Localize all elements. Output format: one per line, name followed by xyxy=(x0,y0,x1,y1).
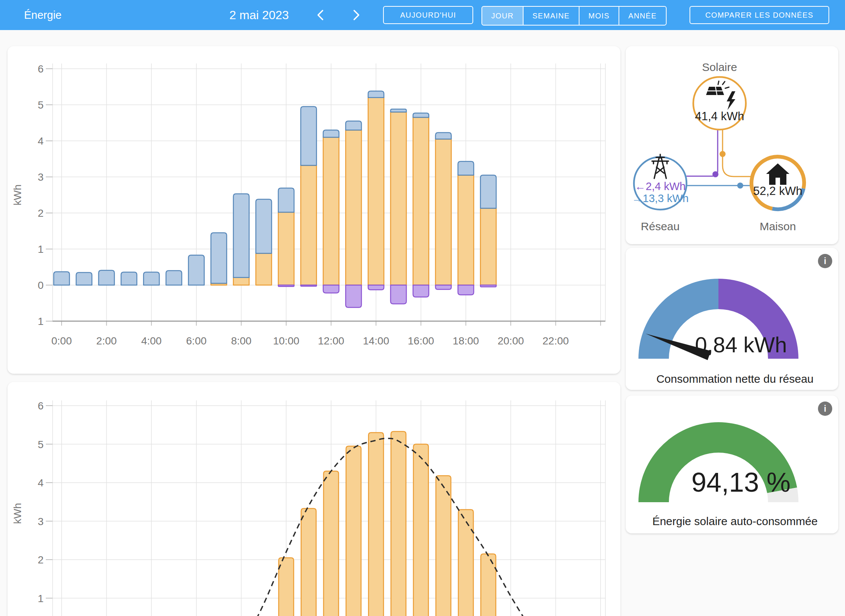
axis-tick-label: kWh xyxy=(12,503,23,524)
grid-flow-dot xyxy=(737,183,743,189)
grid-consumed-value: →13,3 kWh xyxy=(632,192,689,204)
grid-consumption-bar xyxy=(368,91,384,98)
home-node-label: Maison xyxy=(760,220,796,233)
page-title: Énergie xyxy=(24,9,62,21)
grid-consumption-bar xyxy=(233,194,249,278)
tab-annee[interactable]: ANNÉE xyxy=(619,7,665,25)
energy-consumption-chart-card: 654321010:002:004:006:008:0010:0012:0014… xyxy=(8,46,620,374)
solar-consumption-bar xyxy=(278,212,294,285)
axis-tick-label: 4 xyxy=(38,477,44,489)
grid-consumption-bar xyxy=(480,175,496,208)
self-consumed-solar-gauge-card: i 94,13 % Énergie solaire auto-consommée xyxy=(626,396,838,533)
next-day-button[interactable] xyxy=(346,5,367,25)
grid-consumption-bar xyxy=(391,109,406,112)
solar-node-label: Solaire xyxy=(702,61,737,73)
grid-consumption-bar xyxy=(121,272,137,285)
today-button[interactable]: AUJOURD'HUI xyxy=(383,6,473,24)
axis-tick-label: 8:00 xyxy=(231,335,252,347)
axis-tick-label: 3 xyxy=(38,171,44,183)
home-node-value: 52,2 kWh xyxy=(753,184,803,198)
return-to-grid-bar xyxy=(480,285,496,287)
gauge-arc xyxy=(626,248,838,390)
axis-tick-label: 1 xyxy=(38,593,44,604)
return-to-grid-bar xyxy=(413,285,429,297)
return-to-grid-bar xyxy=(458,285,474,295)
solar-production-chart-card: 654321kWh xyxy=(8,382,620,616)
net-grid-gauge xyxy=(626,248,838,390)
tab-mois[interactable]: MOIS xyxy=(579,7,619,25)
axis-tick-label: 6 xyxy=(38,63,44,75)
solar-consumption-bar xyxy=(368,98,384,285)
solar-production-bar xyxy=(413,444,429,616)
axis-tick-label: 16:00 xyxy=(408,335,434,347)
consumption-chart-svg: 654321010:002:004:006:008:0010:0012:0014… xyxy=(8,46,620,374)
info-icon[interactable]: i xyxy=(818,402,832,416)
chevron-left-icon xyxy=(315,9,325,21)
net-grid-gauge-value: 0,84 kWh xyxy=(644,332,838,357)
tab-jour[interactable]: JOUR xyxy=(482,7,524,25)
previous-day-button[interactable] xyxy=(310,5,330,25)
axis-tick-label: 12:00 xyxy=(318,335,344,347)
solar-production-bar xyxy=(436,476,451,616)
grid-consumption-bar xyxy=(458,162,474,175)
date-label: 2 mai 2023 xyxy=(203,8,315,22)
solar-consumption-bar xyxy=(323,137,339,285)
return-to-grid-bar xyxy=(301,285,317,286)
axis-tick-label: 1 xyxy=(38,316,44,327)
grid-consumption-bar xyxy=(413,113,429,118)
axis-tick-label: 0:00 xyxy=(51,335,72,347)
solar-consumption-bar xyxy=(436,139,451,285)
return-to-grid-bar xyxy=(368,285,384,290)
compare-data-button[interactable]: COMPARER LES DONNÉES xyxy=(690,6,829,24)
return-to-grid-bar xyxy=(436,285,451,290)
axis-tick-label: 2 xyxy=(38,207,44,219)
chevron-right-icon xyxy=(352,9,361,21)
axis-tick-label: kWh xyxy=(12,184,23,205)
grid-consumption-bar xyxy=(346,121,361,130)
energy-distribution-diagram: Solaire 41,4 kWh ←2,4 kWh →13,3 kWh 52,2… xyxy=(626,46,838,244)
consumption-bars xyxy=(54,91,496,308)
energy-distribution-card: Solaire 41,4 kWh ←2,4 kWh →13,3 kWh 52,2… xyxy=(626,46,838,244)
solar-production-bar xyxy=(458,510,473,616)
return-to-grid-bar xyxy=(346,285,361,308)
grid-consumption-bar xyxy=(189,255,204,285)
solar-production-bar xyxy=(324,471,339,616)
solar-to-home-line xyxy=(723,130,751,177)
axis-tick-label: 10:00 xyxy=(273,335,299,347)
solar-consumption-bar xyxy=(480,208,496,285)
info-icon[interactable]: i xyxy=(818,254,832,268)
tab-semaine[interactable]: SEMAINE xyxy=(524,7,579,25)
grid-consumption-bar xyxy=(256,199,272,254)
return-flow-dot xyxy=(712,171,718,177)
solar-production-chart[interactable]: 654321kWh xyxy=(8,382,620,616)
return-to-grid-bar xyxy=(391,285,406,304)
solar-consumption-bar xyxy=(391,112,406,285)
net-grid-consumption-gauge-card: i 0,84 kWh Consommation nette du réseau xyxy=(626,248,838,390)
axis-tick-label: 3 xyxy=(38,516,44,527)
solar-consumption-bar xyxy=(346,130,361,285)
grid-consumption-bar xyxy=(76,272,92,285)
solar-production-chart-svg: 654321kWh xyxy=(8,382,620,616)
solar-production-bars xyxy=(279,432,496,616)
axis-tick-label: 4:00 xyxy=(141,335,162,347)
solar-to-grid-line xyxy=(687,130,718,176)
axis-tick-label: 1 xyxy=(38,243,44,255)
consumption-chart[interactable]: 654321010:002:004:006:008:0010:0012:0014… xyxy=(8,46,620,374)
grid-consumption-bar xyxy=(301,107,317,165)
axis-tick-label: 6 xyxy=(38,400,44,412)
solar-production-bar xyxy=(279,558,294,616)
solar-node-value: 41,4 kWh xyxy=(695,110,744,123)
solar-consumption-bar xyxy=(233,278,249,285)
solar-flow-dot xyxy=(720,151,726,157)
grid-consumption-bar xyxy=(323,130,339,137)
grid-consumption-bar xyxy=(278,188,294,212)
axis-tick-label: 6:00 xyxy=(186,335,207,347)
axis-tick-label: 18:00 xyxy=(453,335,479,347)
axis-tick-label: 2 xyxy=(38,554,44,566)
grid-consumption-bar xyxy=(54,272,69,285)
grid-consumption-bar xyxy=(99,270,115,285)
solar-consumption-bar xyxy=(413,118,429,285)
self-consumed-gauge-label: Énergie solaire auto-consommée xyxy=(632,515,838,528)
return-to-grid-bar xyxy=(323,285,339,293)
grid-consumption-bar xyxy=(211,233,227,283)
